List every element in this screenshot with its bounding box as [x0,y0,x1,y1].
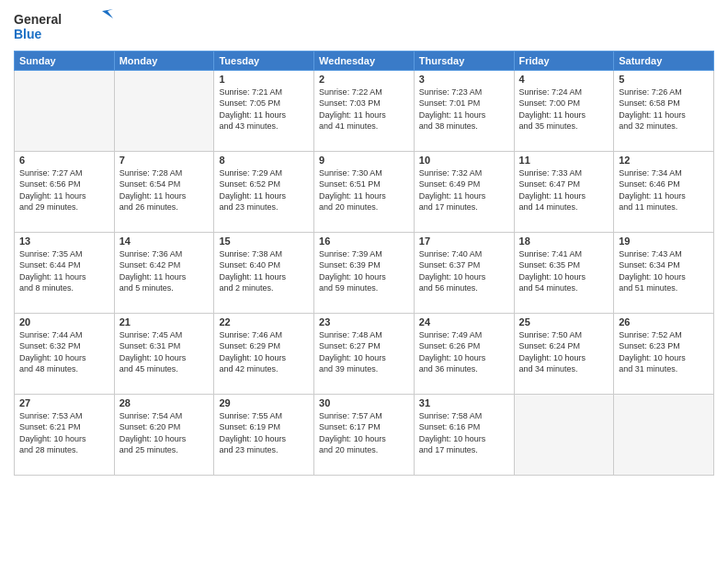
day-number: 23 [319,316,409,327]
calendar-cell: 22Sunrise: 7:46 AM Sunset: 6:29 PM Dayli… [214,313,314,394]
day-info: Sunrise: 7:58 AM Sunset: 6:16 PM Dayligh… [419,410,509,456]
day-info: Sunrise: 7:46 AM Sunset: 6:29 PM Dayligh… [219,329,309,375]
day-number: 31 [419,397,509,408]
day-number: 14 [119,236,210,247]
calendar-cell: 2Sunrise: 7:22 AM Sunset: 7:03 PM Daylig… [314,70,415,151]
calendar-cell: 16Sunrise: 7:39 AM Sunset: 6:39 PM Dayli… [314,232,415,313]
day-info: Sunrise: 7:39 AM Sunset: 6:39 PM Dayligh… [319,248,409,294]
day-info: Sunrise: 7:38 AM Sunset: 6:40 PM Dayligh… [219,248,309,294]
weekday-header: Saturday [614,51,714,70]
calendar-cell [514,394,614,475]
weekday-header: Monday [114,51,214,70]
day-number: 29 [219,397,309,408]
day-info: Sunrise: 7:35 AM Sunset: 6:44 PM Dayligh… [19,248,109,294]
calendar-cell: 5Sunrise: 7:26 AM Sunset: 6:58 PM Daylig… [614,70,714,151]
weekday-header: Sunday [15,51,115,70]
calendar-cell: 26Sunrise: 7:52 AM Sunset: 6:23 PM Dayli… [614,313,714,394]
day-number: 24 [419,316,509,327]
day-number: 20 [19,316,109,327]
day-info: Sunrise: 7:28 AM Sunset: 6:54 PM Dayligh… [119,167,210,213]
day-info: Sunrise: 7:26 AM Sunset: 6:58 PM Dayligh… [619,86,709,132]
day-info: Sunrise: 7:36 AM Sunset: 6:42 PM Dayligh… [119,248,210,294]
weekday-header: Friday [514,51,614,70]
day-number: 12 [619,155,709,166]
calendar-cell: 8Sunrise: 7:29 AM Sunset: 6:52 PM Daylig… [214,151,314,232]
svg-text:Blue: Blue [14,27,42,41]
day-info: Sunrise: 7:53 AM Sunset: 6:21 PM Dayligh… [19,410,109,456]
svg-marker-2 [102,9,113,18]
calendar-cell: 17Sunrise: 7:40 AM Sunset: 6:37 PM Dayli… [414,232,514,313]
day-number: 28 [119,397,210,408]
calendar-page: General Blue SundayMondayTuesdayWednesda… [0,0,728,563]
day-number: 9 [319,155,409,166]
day-info: Sunrise: 7:27 AM Sunset: 6:56 PM Dayligh… [19,167,109,213]
calendar-cell: 10Sunrise: 7:32 AM Sunset: 6:49 PM Dayli… [414,151,514,232]
day-info: Sunrise: 7:41 AM Sunset: 6:35 PM Dayligh… [519,248,609,294]
calendar-week-row: 13Sunrise: 7:35 AM Sunset: 6:44 PM Dayli… [15,232,714,313]
weekday-header: Tuesday [214,51,314,70]
day-number: 22 [219,316,309,327]
calendar-cell: 30Sunrise: 7:57 AM Sunset: 6:17 PM Dayli… [314,394,415,475]
weekday-header: Wednesday [314,51,415,70]
calendar-cell: 27Sunrise: 7:53 AM Sunset: 6:21 PM Dayli… [15,394,115,475]
day-number: 25 [519,316,609,327]
calendar-cell: 14Sunrise: 7:36 AM Sunset: 6:42 PM Dayli… [114,232,214,313]
day-number: 13 [19,236,109,247]
day-info: Sunrise: 7:44 AM Sunset: 6:32 PM Dayligh… [19,329,109,375]
day-number: 17 [419,236,509,247]
calendar-cell [614,394,714,475]
calendar-week-row: 20Sunrise: 7:44 AM Sunset: 6:32 PM Dayli… [15,313,714,394]
day-info: Sunrise: 7:21 AM Sunset: 7:05 PM Dayligh… [219,86,309,132]
calendar-cell: 21Sunrise: 7:45 AM Sunset: 6:31 PM Dayli… [114,313,214,394]
calendar-cell: 12Sunrise: 7:34 AM Sunset: 6:46 PM Dayli… [614,151,714,232]
calendar-cell: 13Sunrise: 7:35 AM Sunset: 6:44 PM Dayli… [15,232,115,313]
day-number: 19 [619,236,709,247]
calendar-cell: 24Sunrise: 7:49 AM Sunset: 6:26 PM Dayli… [414,313,514,394]
day-number: 30 [319,397,409,408]
day-info: Sunrise: 7:40 AM Sunset: 6:37 PM Dayligh… [419,248,509,294]
calendar-cell: 23Sunrise: 7:48 AM Sunset: 6:27 PM Dayli… [314,313,415,394]
calendar-cell: 1Sunrise: 7:21 AM Sunset: 7:05 PM Daylig… [214,70,314,151]
day-number: 3 [419,74,509,85]
weekday-header: Thursday [414,51,514,70]
calendar-cell [114,70,214,151]
day-info: Sunrise: 7:43 AM Sunset: 6:34 PM Dayligh… [619,248,709,294]
calendar-cell: 25Sunrise: 7:50 AM Sunset: 6:24 PM Dayli… [514,313,614,394]
day-info: Sunrise: 7:34 AM Sunset: 6:46 PM Dayligh… [619,167,709,213]
day-info: Sunrise: 7:45 AM Sunset: 6:31 PM Dayligh… [119,329,210,375]
day-info: Sunrise: 7:57 AM Sunset: 6:17 PM Dayligh… [319,410,409,456]
calendar-cell: 7Sunrise: 7:28 AM Sunset: 6:54 PM Daylig… [114,151,214,232]
svg-text:General: General [14,12,62,27]
calendar-cell: 4Sunrise: 7:24 AM Sunset: 7:00 PM Daylig… [514,70,614,151]
calendar-cell: 19Sunrise: 7:43 AM Sunset: 6:34 PM Dayli… [614,232,714,313]
day-info: Sunrise: 7:33 AM Sunset: 6:47 PM Dayligh… [519,167,609,213]
calendar-cell: 28Sunrise: 7:54 AM Sunset: 6:20 PM Dayli… [114,394,214,475]
day-number: 7 [119,155,210,166]
calendar-week-row: 6Sunrise: 7:27 AM Sunset: 6:56 PM Daylig… [15,151,714,232]
calendar-week-row: 1Sunrise: 7:21 AM Sunset: 7:05 PM Daylig… [15,70,714,151]
calendar-cell: 20Sunrise: 7:44 AM Sunset: 6:32 PM Dayli… [15,313,115,394]
day-number: 10 [419,155,509,166]
logo-svg: General Blue [14,9,115,41]
day-info: Sunrise: 7:32 AM Sunset: 6:49 PM Dayligh… [419,167,509,213]
day-number: 16 [319,236,409,247]
day-info: Sunrise: 7:22 AM Sunset: 7:03 PM Dayligh… [319,86,409,132]
day-number: 6 [19,155,109,166]
calendar-cell: 3Sunrise: 7:23 AM Sunset: 7:01 PM Daylig… [414,70,514,151]
day-number: 18 [519,236,609,247]
day-number: 8 [219,155,309,166]
day-number: 5 [619,74,709,85]
day-info: Sunrise: 7:55 AM Sunset: 6:19 PM Dayligh… [219,410,309,456]
day-info: Sunrise: 7:30 AM Sunset: 6:51 PM Dayligh… [319,167,409,213]
day-info: Sunrise: 7:29 AM Sunset: 6:52 PM Dayligh… [219,167,309,213]
day-info: Sunrise: 7:52 AM Sunset: 6:23 PM Dayligh… [619,329,709,375]
day-info: Sunrise: 7:48 AM Sunset: 6:27 PM Dayligh… [319,329,409,375]
day-number: 27 [19,397,109,408]
day-number: 26 [619,316,709,327]
calendar-cell: 15Sunrise: 7:38 AM Sunset: 6:40 PM Dayli… [214,232,314,313]
day-number: 11 [519,155,609,166]
calendar-cell: 31Sunrise: 7:58 AM Sunset: 6:16 PM Dayli… [414,394,514,475]
calendar-table: SundayMondayTuesdayWednesdayThursdayFrid… [14,51,714,476]
day-info: Sunrise: 7:24 AM Sunset: 7:00 PM Dayligh… [519,86,609,132]
calendar-header-row: SundayMondayTuesdayWednesdayThursdayFrid… [15,51,714,70]
